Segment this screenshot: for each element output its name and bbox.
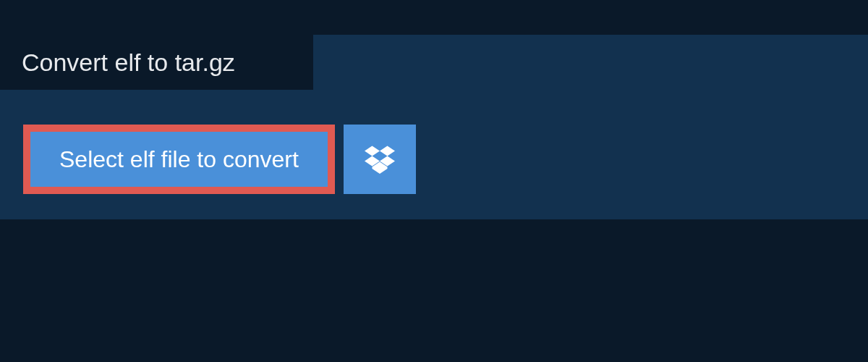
dropbox-button[interactable] — [344, 125, 416, 194]
select-file-label: Select elf file to convert — [59, 148, 299, 171]
tab-header: Convert elf to tar.gz — [0, 35, 313, 90]
action-row: Select elf file to convert — [23, 125, 416, 194]
select-file-button[interactable]: Select elf file to convert — [23, 125, 335, 194]
dropbox-icon — [365, 143, 395, 176]
page-title: Convert elf to tar.gz — [22, 49, 235, 77]
